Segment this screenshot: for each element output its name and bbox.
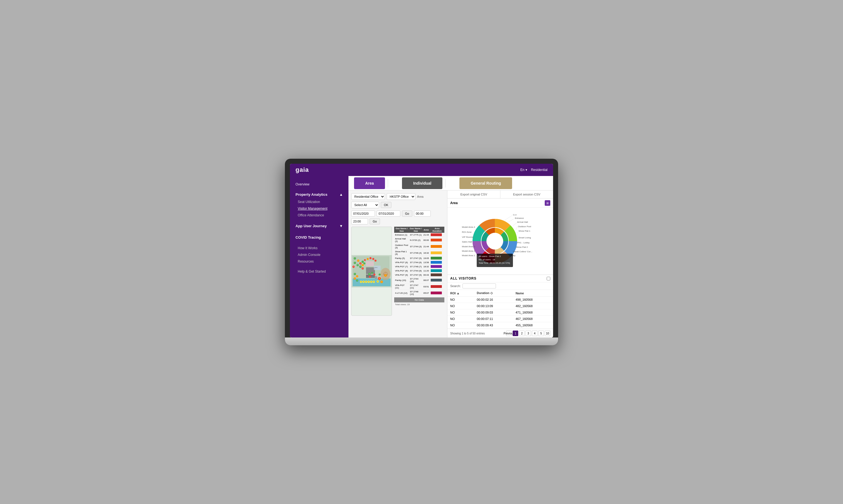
export-session-csv[interactable]: Export session CSV <box>500 191 553 198</box>
svg-text:Arrival Hall: Arrival Hall <box>517 221 528 223</box>
top-bar: gaia En ▾ Residential <box>290 164 553 176</box>
page-1-button[interactable]: 1 <box>513 330 518 336</box>
svg-text:Nursery: Nursery <box>375 267 377 268</box>
content-area: Residential Office HKSTP Office Area Sel… <box>348 191 553 338</box>
donut-chart-container: Exit Entrance Arrival Hall Outdoor Pool … <box>447 208 553 274</box>
time-to-input[interactable] <box>351 218 368 224</box>
filter-row-2: Go Go <box>351 211 444 224</box>
svg-text:ROI Zone: ROI Zone <box>462 231 472 233</box>
svg-text:Sales Hall: Sales Hall <box>462 240 472 243</box>
tab-area[interactable]: Area <box>354 177 385 189</box>
data-table-row: Entrance (1) ST 2775 (1) 21:44 <box>394 233 444 237</box>
svg-line-107 <box>516 227 517 230</box>
no-data-label: No Data <box>394 298 444 302</box>
sidebar-item-overview[interactable]: Overview <box>290 180 348 188</box>
main-content: Area Individual General Routing Resident… <box>348 176 553 338</box>
col-duration[interactable]: Duration ◇ <box>474 290 513 296</box>
svg-line-108 <box>517 232 518 233</box>
page-5-button[interactable]: 5 <box>538 330 544 336</box>
sidebar-section-covid-tracing[interactable]: COVID Tracing <box>290 233 348 241</box>
data-table-row: Pantry (10) ST 2744 (10) 06:07 <box>394 277 444 284</box>
table-row: NO 00:00:13:09 482_160568 <box>447 303 553 309</box>
page-buttons: Previous 1 2 3 4 5 10 <box>506 330 550 336</box>
area-select[interactable]: Select All <box>351 202 379 208</box>
svg-point-86 <box>486 233 503 250</box>
svg-text:39: 39 <box>363 281 364 282</box>
right-panel: Export original CSV Export session CSV A… <box>447 191 553 338</box>
svg-text:32: 32 <box>357 276 358 277</box>
tab-bar: Area Individual General Routing <box>348 176 553 191</box>
sidebar-item-help[interactable]: Help & Get Started <box>290 268 348 275</box>
lang-selector[interactable]: En ▾ <box>520 168 527 172</box>
page-3-button[interactable]: 3 <box>526 330 531 336</box>
top-bar-right: En ▾ Residential <box>520 168 548 172</box>
svg-text:Show Flat 2: Show Flat 2 <box>516 246 528 248</box>
svg-text:41: 41 <box>368 281 369 282</box>
svg-text:1: 1 <box>376 277 376 278</box>
sidebar-item-admin-console[interactable]: Admin Console <box>290 251 348 258</box>
svg-text:33: 33 <box>354 278 356 279</box>
svg-rect-2 <box>366 267 375 274</box>
export-original-csv[interactable]: Export original CSV <box>447 191 500 198</box>
table-row: NO 00:00:09:03 471_160568 <box>447 309 553 316</box>
office-select[interactable]: Residential Office <box>351 193 385 200</box>
svg-text:All users : Show Flat 2: All users : Show Flat 2 <box>479 255 501 257</box>
sidebar-item-how-it-works[interactable]: How It Works <box>290 245 348 251</box>
table-row: NO 00:00:07:11 467_160568 <box>447 316 553 322</box>
svg-text:23: 23 <box>354 258 356 259</box>
ok-button[interactable]: OK <box>381 202 391 208</box>
floor-plan: 23 22 21 20 PG <box>351 227 392 316</box>
svg-text:44: 44 <box>377 281 378 282</box>
date-from-input[interactable] <box>351 211 375 217</box>
area-label: Area <box>417 195 424 198</box>
sidebar-section-property-analytics[interactable]: Property Analytics ▲ <box>290 191 348 199</box>
svg-text:2: 2 <box>385 275 386 276</box>
map-container: 23 22 21 20 PG <box>351 227 444 316</box>
svg-line-105 <box>508 219 514 222</box>
prev-button[interactable]: Previous <box>506 330 512 336</box>
left-panel: Residential Office HKSTP Office Area Sel… <box>348 191 447 338</box>
svg-text:Branding: Branding <box>384 273 387 274</box>
svg-text:21: 21 <box>354 262 356 264</box>
tab-individual[interactable]: Individual <box>402 177 443 189</box>
svg-text:20: 20 <box>369 273 370 274</box>
svg-text:No. of users : 19: No. of users : 19 <box>479 258 495 261</box>
grid-icon[interactable]: ⊞ <box>545 200 550 206</box>
sidebar-item-resources[interactable]: Resources <box>290 258 348 265</box>
search-label: Search: <box>450 284 461 288</box>
filter-row-1: Residential Office HKSTP Office Area Sel… <box>351 193 444 208</box>
data-table-row: VFA-PGT (7) ST 2746 (7) 18:32 <box>394 265 444 269</box>
go-button-2[interactable]: Go <box>369 218 380 224</box>
data-table-row: X-LT-20 (12) ST 2746 (12) 05:07 <box>394 290 444 296</box>
search-input[interactable] <box>463 284 496 288</box>
sidebar-sub-office-attendance[interactable]: Office Attendance <box>290 212 348 219</box>
page-4-button[interactable]: 4 <box>532 330 537 336</box>
col-name[interactable]: Name <box>513 290 553 296</box>
sidebar-sub-seat-utilization[interactable]: Seat Utilization <box>290 199 348 205</box>
context-label: Residential <box>531 168 548 172</box>
sidebar-section-app-user-journey[interactable]: App User Journey ▼ <box>290 222 348 230</box>
visitors-checkbox[interactable] <box>547 277 550 281</box>
svg-text:34: 34 <box>357 280 358 281</box>
tab-general-routing[interactable]: General Routing <box>460 177 512 189</box>
page-2-button[interactable]: 2 <box>519 330 524 336</box>
date-to-input[interactable] <box>377 211 400 217</box>
svg-line-104 <box>504 216 512 220</box>
hkstp-select[interactable]: HKSTP Office <box>386 193 415 200</box>
donut-chart: Exit Entrance Arrival Hall Outdoor Pool … <box>461 211 539 272</box>
data-table-row: Arrival Hall (2) N 3720 (2) 00:00 <box>394 237 444 244</box>
go-button-1[interactable]: Go <box>402 211 412 217</box>
svg-text:Model Area 4: Model Area 4 <box>462 226 475 228</box>
data-table-row: VFA-PGT (8) ST 2744 (8) 11:20 <box>394 269 444 273</box>
sidebar-sub-visitor-management[interactable]: Visitor Management <box>290 205 348 212</box>
col-roi[interactable]: ROI ▲ <box>447 290 474 296</box>
svg-text:13: 13 <box>362 265 363 266</box>
page-last-button[interactable]: 10 <box>545 330 550 336</box>
pagination-row: Showing 1 to 5 of 50 entries Previous 1 … <box>447 329 553 338</box>
svg-text:20: 20 <box>353 266 354 267</box>
app-logo: gaia <box>295 166 309 174</box>
svg-text:Model Area 3: Model Area 3 <box>462 245 475 248</box>
data-table-row: Show Flat 1 (4) ST 2746 (4) 16:32 <box>394 250 444 256</box>
pagination-info: Showing 1 to 5 of 50 entries <box>450 332 485 335</box>
time-from-input[interactable] <box>414 211 431 217</box>
